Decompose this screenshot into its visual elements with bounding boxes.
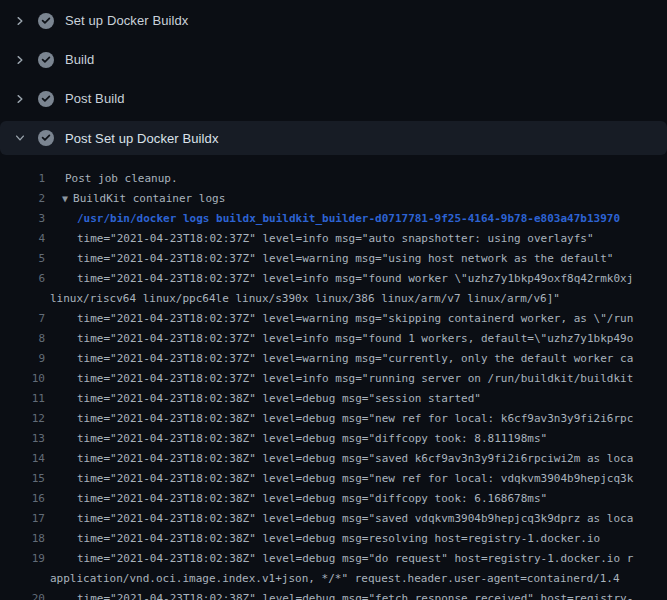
line-number[interactable]: 13 — [0, 429, 45, 449]
line-number[interactable]: 7 — [0, 309, 45, 329]
log-command-text: /usr/bin/docker logs buildx_buildkit_bui… — [77, 209, 620, 229]
line-number[interactable]: 4 — [0, 229, 45, 249]
step-label: Post Set up Docker Buildx — [65, 131, 219, 146]
log-text: time="2021-04-23T18:02:37Z" level=info m… — [77, 269, 633, 289]
log-text: time="2021-04-23T18:02:38Z" level=debug … — [77, 589, 633, 600]
step-label: Set up Docker Buildx — [65, 13, 188, 28]
line-number[interactable]: 3 — [0, 209, 45, 229]
log-line: 9time="2021-04-23T18:02:37Z" level=warni… — [0, 349, 667, 369]
log-text: time="2021-04-23T18:02:38Z" level=debug … — [77, 549, 633, 569]
log-line: 5time="2021-04-23T18:02:37Z" level=warni… — [0, 249, 667, 269]
log-text: time="2021-04-23T18:02:38Z" level=debug … — [77, 529, 600, 549]
log-line: 18time="2021-04-23T18:02:38Z" level=debu… — [0, 529, 667, 549]
log-text: BuildKit container logs — [73, 189, 225, 209]
chevron-right-icon — [14, 93, 26, 105]
line-number[interactable]: 1 — [0, 169, 45, 189]
log-text: time="2021-04-23T18:02:38Z" level=debug … — [77, 469, 633, 489]
step-label: Post Build — [65, 91, 125, 106]
line-number[interactable]: 10 — [0, 369, 45, 389]
log-area: 1Post job cleanup.2▼BuildKit container l… — [0, 169, 667, 600]
log-line: 2▼BuildKit container logs — [0, 189, 667, 209]
log-line: 7time="2021-04-23T18:02:37Z" level=warni… — [0, 309, 667, 329]
log-line: 16time="2021-04-23T18:02:38Z" level=debu… — [0, 489, 667, 509]
step-label: Build — [65, 52, 94, 67]
log-line: 11time="2021-04-23T18:02:38Z" level=debu… — [0, 389, 667, 409]
log-text: time="2021-04-23T18:02:37Z" level=info m… — [77, 329, 633, 349]
log-text: time="2021-04-23T18:02:38Z" level=debug … — [77, 489, 547, 509]
log-line: 17time="2021-04-23T18:02:38Z" level=debu… — [0, 509, 667, 529]
chevron-down-icon — [14, 132, 26, 144]
log-line: 4time="2021-04-23T18:02:37Z" level=info … — [0, 229, 667, 249]
log-text: time="2021-04-23T18:02:38Z" level=debug … — [77, 449, 633, 469]
log-line: 13time="2021-04-23T18:02:38Z" level=debu… — [0, 429, 667, 449]
log-text: Post job cleanup. — [65, 169, 178, 189]
check-circle-icon — [38, 52, 54, 68]
log-line: application/vnd.oci.image.index.v1+json,… — [0, 569, 667, 589]
step-header-post-set-up-docker-buildx[interactable]: Post Set up Docker Buildx — [0, 121, 667, 155]
line-number[interactable]: 15 — [0, 469, 45, 489]
log-text: time="2021-04-23T18:02:37Z" level=warnin… — [77, 249, 613, 269]
log-line: 19time="2021-04-23T18:02:38Z" level=debu… — [0, 549, 667, 569]
line-number[interactable]: 12 — [0, 409, 45, 429]
log-line: linux/riscv64 linux/ppc64le linux/s390x … — [0, 289, 667, 309]
log-text: time="2021-04-23T18:02:38Z" level=debug … — [77, 389, 481, 409]
line-number[interactable]: 14 — [0, 449, 45, 469]
log-text: time="2021-04-23T18:02:38Z" level=debug … — [77, 429, 547, 449]
chevron-right-icon — [14, 15, 26, 27]
check-circle-icon — [38, 13, 54, 29]
log-line: 14time="2021-04-23T18:02:38Z" level=debu… — [0, 449, 667, 469]
line-number[interactable]: 18 — [0, 529, 45, 549]
log-line: 15time="2021-04-23T18:02:38Z" level=debu… — [0, 469, 667, 489]
actions-log-viewer: Set up Docker Buildx Build Post Build — [0, 0, 667, 600]
log-line: 6time="2021-04-23T18:02:37Z" level=info … — [0, 269, 667, 289]
line-number[interactable]: 20 — [0, 589, 45, 600]
log-line: 8time="2021-04-23T18:02:37Z" level=info … — [0, 329, 667, 349]
log-text: linux/riscv64 linux/ppc64le linux/s390x … — [50, 289, 560, 309]
line-number[interactable]: 9 — [0, 349, 45, 369]
log-line: 1Post job cleanup. — [0, 169, 667, 189]
log-text: time="2021-04-23T18:02:37Z" level=warnin… — [77, 349, 633, 369]
log-line: 12time="2021-04-23T18:02:38Z" level=debu… — [0, 409, 667, 429]
log-text: time="2021-04-23T18:02:38Z" level=debug … — [77, 409, 633, 429]
log-group-toggle-icon[interactable]: ▼ — [62, 189, 68, 209]
step-row-build[interactable]: Build — [0, 40, 667, 79]
line-number[interactable]: 17 — [0, 509, 45, 529]
steps-list: Set up Docker Buildx Build Post Build — [0, 1, 667, 155]
chevron-right-icon — [14, 54, 26, 66]
log-line: 20time="2021-04-23T18:02:38Z" level=debu… — [0, 589, 667, 600]
log-text: time="2021-04-23T18:02:37Z" level=warnin… — [77, 309, 633, 329]
log-line: 3/usr/bin/docker logs buildx_buildkit_bu… — [0, 209, 667, 229]
log-text: time="2021-04-23T18:02:38Z" level=debug … — [77, 509, 633, 529]
step-row-set-up-docker-buildx[interactable]: Set up Docker Buildx — [0, 1, 667, 40]
log-line: 10time="2021-04-23T18:02:37Z" level=info… — [0, 369, 667, 389]
line-number[interactable]: 2 — [0, 189, 45, 209]
log-text: application/vnd.oci.image.index.v1+json,… — [50, 569, 620, 589]
log-text: time="2021-04-23T18:02:37Z" level=info m… — [77, 369, 633, 389]
line-number[interactable]: 8 — [0, 329, 45, 349]
line-number[interactable]: 16 — [0, 489, 45, 509]
check-circle-icon — [38, 91, 54, 107]
check-circle-icon — [38, 130, 54, 146]
line-number[interactable]: 19 — [0, 549, 45, 569]
line-number[interactable]: 5 — [0, 249, 45, 269]
line-number[interactable]: 11 — [0, 389, 45, 409]
step-row-post-build[interactable]: Post Build — [0, 79, 667, 118]
log-text: time="2021-04-23T18:02:37Z" level=info m… — [77, 229, 594, 249]
line-number[interactable]: 6 — [0, 269, 45, 289]
